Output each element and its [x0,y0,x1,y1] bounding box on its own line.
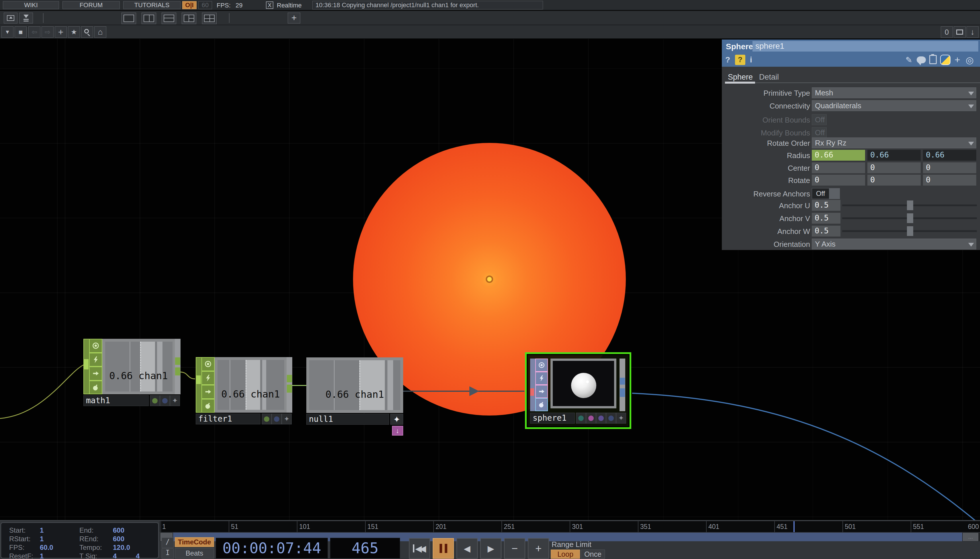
modify-bounds-toggle[interactable]: Off [812,127,827,138]
step-forward-button[interactable]: ▶ [480,538,501,559]
playhead[interactable] [793,521,794,532]
node-star-flag[interactable]: ✦ [616,413,626,423]
step-back-button[interactable]: ◀ [456,538,478,559]
cook-flag[interactable] [89,380,102,395]
python-help-button[interactable]: ? [735,55,745,65]
rotate-z-field[interactable]: 0 [923,175,976,185]
loop-button[interactable]: Loop [551,549,580,559]
range-options-right-button[interactable]: ... [963,533,978,541]
bookmark-button[interactable]: ★ [68,26,80,38]
layout-preset-left-right-split[interactable] [182,13,196,24]
add-operator-button[interactable]: + [55,26,67,38]
layout-preset-single[interactable] [121,13,136,24]
input-connector-strip[interactable] [196,357,201,413]
node-name[interactable]: null1 [306,414,389,425]
anchor-w-field[interactable]: 0.5 [812,226,841,237]
tsig-denominator[interactable]: 4 [136,552,139,559]
anchor-v-field[interactable]: 0.5 [812,213,841,224]
anchor-v-slider-handle[interactable] [907,213,913,223]
end-value[interactable]: 600 [113,526,124,534]
frame-display[interactable]: 465 [330,538,400,559]
input-connector-strip[interactable] [530,359,535,411]
orientation-dropdown[interactable]: Y Axis [812,238,976,250]
node-flag-purple[interactable] [596,413,606,423]
radius-y-field[interactable]: 0.66 [867,150,921,160]
wiki-button[interactable]: WIKI [3,1,59,9]
anchor-u-slider-handle[interactable] [907,200,913,210]
reverse-anchors-toggle[interactable]: Off [812,188,840,199]
node-flag-teal[interactable] [576,413,586,423]
rotate-order-dropdown[interactable]: Rx Ry Rz [812,137,976,148]
add-parameter-page-button[interactable]: + [955,54,960,65]
anchor-w-slider-handle[interactable] [907,226,913,236]
center-x-field[interactable]: 0 [812,162,865,173]
tutorials-button[interactable]: TUTORIALS [123,1,181,9]
resetf-value[interactable]: 1 [40,552,43,559]
stop-button[interactable]: ■ [15,26,27,38]
output-connector[interactable] [175,357,180,365]
search-button[interactable] [81,26,93,38]
output-connector[interactable] [620,378,625,385]
node-viewer-preview[interactable] [551,359,616,408]
orient-bounds-toggle[interactable]: Off [812,114,827,125]
rend-value[interactable]: 600 [113,535,124,543]
input-connector[interactable] [196,375,201,384]
export-flag[interactable] [89,367,102,380]
viewer-flag[interactable] [535,359,548,372]
beats-mode-button[interactable]: Beats [175,548,214,559]
skip-to-start-button[interactable]: ◀◀ [409,538,430,559]
add-layout-button[interactable]: + [288,13,300,23]
node-star-flag[interactable]: ✦ [390,414,403,425]
tab-sphere[interactable]: Sphere [728,73,753,82]
layout-preset-two-rows[interactable] [162,13,176,24]
layout-preset-two-columns[interactable] [141,13,156,24]
child-count-button[interactable]: 0 [941,26,953,38]
node-filter1[interactable]: 0.66 chan1 filter1 ✦ [196,357,292,425]
node-color-flag[interactable] [262,413,272,424]
increment-frame-button[interactable]: + [528,538,549,559]
bypass-flag[interactable] [535,372,548,385]
tsig-numerator[interactable]: 4 [113,552,117,559]
comment-button[interactable] [917,56,926,63]
save-layout-button[interactable] [19,13,33,23]
once-button[interactable]: Once [581,549,605,559]
export-active-button[interactable]: ↓ [392,426,403,436]
maximize-pane-button[interactable] [4,13,18,23]
copy-parameters-button[interactable] [929,55,937,64]
node-sphere1-selected[interactable]: sphere1 ✦ [525,352,631,429]
absolute-frame-button[interactable]: / [162,538,174,548]
rotate-y-field[interactable]: 0 [867,175,921,185]
home-button[interactable]: ⌂ [94,26,106,38]
radius-z-field[interactable]: 0.66 [923,150,976,160]
input-connector[interactable] [83,359,88,369]
node-comment-flag[interactable] [272,413,282,424]
output-connector-strip[interactable] [620,359,625,411]
parameter-mode-button[interactable]: ◎ [966,55,974,66]
bypass-flag[interactable] [201,371,215,385]
output-connector-strip[interactable] [287,357,292,413]
info-button[interactable]: i [750,55,752,64]
floating-window-button[interactable] [953,26,966,38]
fps-value[interactable]: 60.0 [40,544,53,552]
python-expressions-button[interactable] [940,55,950,65]
radius-x-field-exported[interactable]: 0.66 [812,150,865,160]
help-button[interactable]: ? [725,55,730,64]
forward-button[interactable]: ⇨ [41,26,53,38]
center-z-field[interactable]: 0 [923,162,976,173]
start-value[interactable]: 1 [40,526,43,534]
bypass-flag[interactable] [89,353,102,367]
integer-frame-button[interactable]: I [162,548,174,559]
node-name[interactable]: filter1 [196,413,260,424]
node-flag-blue[interactable] [606,413,616,423]
input-connector-strip[interactable] [83,339,89,394]
primitive-type-dropdown[interactable]: Mesh [812,88,976,98]
tab-detail[interactable]: Detail [759,73,779,82]
anchor-u-field[interactable]: 0.5 [812,200,841,211]
pause-button[interactable] [433,538,454,559]
cook-flag[interactable] [201,399,215,413]
node-name[interactable]: math1 [83,395,149,406]
op-name-field[interactable]: sphere1 [753,41,978,51]
pop-down-button[interactable]: ↓ [967,26,978,38]
viewer-flag[interactable] [89,339,102,353]
node-null1[interactable]: 0.66 chan1 null1 ✦ ↓ [306,357,403,436]
